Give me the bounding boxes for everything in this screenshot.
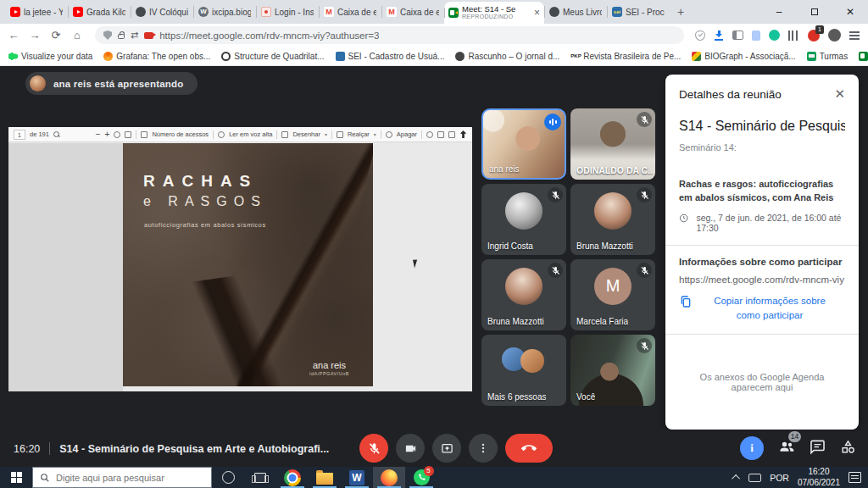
more-options-button[interactable] xyxy=(469,434,498,463)
save-as-icon[interactable] xyxy=(448,131,455,138)
grid-extension-icon[interactable] xyxy=(788,30,799,41)
adblock-extension-icon[interactable]: 1 xyxy=(808,30,820,42)
activities-button[interactable] xyxy=(840,439,856,458)
start-button[interactable] xyxy=(0,467,32,488)
taskbar-firefox[interactable] xyxy=(373,467,405,488)
chat-button[interactable] xyxy=(810,439,826,458)
profile-avatar[interactable] xyxy=(828,29,841,42)
bookmark-item[interactable]: BIOGraph - Associaçã... xyxy=(692,52,795,61)
pdf-tool-label[interactable]: Número de acessos xyxy=(152,130,209,138)
page-extension-icon[interactable] xyxy=(752,30,760,41)
hidden-icons-chevron[interactable] xyxy=(732,474,740,483)
participant-tile-bruna-mazzotti[interactable]: Bruna Mazzotti xyxy=(570,184,655,255)
browser-tab-active-meet[interactable]: Meet: S14 - Se REPRODUZINDO × xyxy=(444,2,544,24)
bookmark-item[interactable]: Grafana: The open obs... xyxy=(103,52,210,61)
participant-tile-you[interactable]: Você xyxy=(570,335,655,406)
language-indicator[interactable]: POR xyxy=(770,473,789,483)
participants-button[interactable]: 14 xyxy=(778,438,795,458)
address-bar[interactable]: ⇄ https://meet.google.com/rdv-mncm-viy?a… xyxy=(95,26,684,44)
print-icon[interactable] xyxy=(426,131,433,138)
hang-up-button[interactable] xyxy=(505,434,553,463)
participant-tile-ingrid-costa[interactable]: Ingrid Costa xyxy=(481,184,566,255)
highlight-icon[interactable] xyxy=(337,131,343,138)
erase-icon[interactable] xyxy=(386,131,392,138)
participant-tile-ana-reis[interactable]: ana reis xyxy=(481,108,566,180)
search-input[interactable] xyxy=(56,473,192,483)
read-aloud-button[interactable]: Ler em voz alta xyxy=(229,130,272,138)
shield-icon[interactable] xyxy=(103,30,112,40)
rotate-icon[interactable] xyxy=(114,131,120,138)
taskbar-word[interactable] xyxy=(341,467,373,488)
task-view-button[interactable] xyxy=(244,467,276,488)
participant-tile-odinaldo[interactable]: ODINALDO DA C... xyxy=(570,108,655,180)
tray-device-icon[interactable] xyxy=(748,474,761,482)
browser-tab[interactable]: Grada Kilomba – xyxy=(68,0,131,24)
close-tab-icon[interactable]: × xyxy=(534,7,540,19)
bookmark-item[interactable]: Rascunho – O jornal d... xyxy=(455,52,559,61)
taskbar-search[interactable] xyxy=(32,467,212,488)
bookmark-item[interactable]: Visualize your data xyxy=(8,52,92,61)
bookmark-item[interactable]: Turmas xyxy=(807,52,849,61)
lock-icon[interactable] xyxy=(118,34,125,39)
browser-tab[interactable]: la jetee - YouTube xyxy=(5,0,68,24)
bookmark-item[interactable]: SEI - Cadastro de Usuá... xyxy=(336,52,445,61)
browser-tab[interactable]: Login - Instituto F xyxy=(256,0,319,24)
page-number-input[interactable]: 1 xyxy=(14,130,25,140)
pdf-page-area[interactable]: RACHAS e RASGOS autoficciografias em aba… xyxy=(8,143,472,391)
browser-tab[interactable]: Meus Livros - Portal d xyxy=(544,0,607,24)
participant-tile-bruna-mazzotti-2[interactable]: Bruna Mazzotti xyxy=(481,259,566,330)
taskbar-whatsapp[interactable]: 5 xyxy=(405,467,437,488)
read-aloud-icon[interactable] xyxy=(218,131,225,138)
taskbar-explorer[interactable] xyxy=(309,467,341,488)
draw-icon[interactable] xyxy=(281,131,288,138)
camera-toggle-button[interactable] xyxy=(396,434,425,463)
reload-button[interactable]: ⟳ xyxy=(49,29,63,42)
pin-toolbar-icon[interactable] xyxy=(459,130,467,138)
sidebar-extension-icon[interactable] xyxy=(732,30,743,40)
back-button[interactable]: ← xyxy=(7,29,20,42)
participant-tile-marcela-faria[interactable]: M Marcela Faria xyxy=(570,259,655,330)
erase-button[interactable]: Apagar xyxy=(397,130,417,138)
camera-blocked-icon[interactable] xyxy=(144,32,153,39)
forward-button[interactable]: → xyxy=(28,29,42,42)
close-panel-icon[interactable]: ✕ xyxy=(834,86,845,102)
download-extension-icon[interactable] xyxy=(714,30,724,41)
action-center-icon[interactable] xyxy=(849,472,861,483)
browser-tab[interactable]: Caixa de entrada xyxy=(381,0,444,24)
taskbar-clock[interactable]: 16:20 07/06/2021 xyxy=(798,467,840,488)
browser-tab[interactable]: ixcipa.biograph.o xyxy=(193,0,256,24)
copy-joining-info[interactable]: Copiar informações sobre como participar xyxy=(679,294,845,322)
highlight-button[interactable]: Realçar xyxy=(348,130,370,138)
chevron-down-icon[interactable]: ▾ xyxy=(325,131,327,137)
bookmark-item[interactable]: Meet xyxy=(859,52,868,61)
home-button[interactable]: ⌂ xyxy=(70,29,84,42)
mic-toggle-button[interactable] xyxy=(359,434,388,463)
url-text[interactable]: https://meet.google.com/rdv-mncm-viy?aut… xyxy=(159,30,379,41)
taskbar-chrome[interactable] xyxy=(276,467,309,488)
fit-page-icon[interactable] xyxy=(125,131,131,138)
pocket-extension-icon[interactable] xyxy=(695,30,705,41)
grammarly-extension-icon[interactable] xyxy=(769,30,780,41)
meeting-details-button[interactable]: i xyxy=(740,436,764,460)
close-window-button[interactable]: ✕ xyxy=(832,0,868,24)
zoom-out-button[interactable]: − xyxy=(96,130,101,139)
present-button[interactable] xyxy=(432,434,461,463)
browser-tab[interactable]: IV Colóquio Estéticas xyxy=(131,0,193,24)
zoom-in-button[interactable]: + xyxy=(105,130,110,139)
chevron-down-icon[interactable]: ▾ xyxy=(374,131,376,137)
page-view-icon[interactable] xyxy=(141,131,147,138)
minimize-button[interactable]: – xyxy=(761,0,797,24)
save-icon[interactable] xyxy=(437,131,444,138)
search-icon[interactable] xyxy=(53,131,60,138)
browser-tab[interactable]: SEI - Processo xyxy=(607,0,670,24)
maximize-button[interactable] xyxy=(797,0,832,24)
cortana-button[interactable] xyxy=(212,467,244,488)
new-tab-button[interactable]: + xyxy=(670,0,692,24)
participant-tile-more-people[interactable]: Mais 6 pessoas xyxy=(481,335,566,406)
browser-tab[interactable]: Caixa de entrada xyxy=(319,0,381,24)
bookmark-item[interactable]: Revista Brasileira de Pe... xyxy=(570,52,681,61)
browser-menu-icon[interactable] xyxy=(849,31,860,40)
bookmark-item[interactable]: Structure de Quadrilat... xyxy=(221,52,324,61)
draw-button[interactable]: Desenhar xyxy=(292,130,320,138)
permissions-icon[interactable]: ⇄ xyxy=(131,30,138,41)
